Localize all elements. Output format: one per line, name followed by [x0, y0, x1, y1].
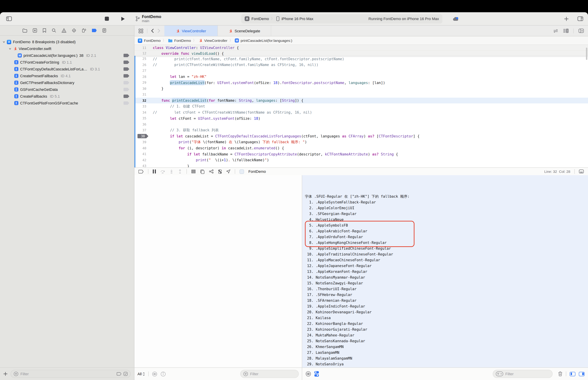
jumpbar-item[interactable]: AFontDemo: [138, 38, 161, 43]
jumpbar-item[interactable]: MprintCascadeList(for:languages:): [235, 38, 292, 42]
navigator-row[interactable]: ΣCreateFallbacksID 5.1: [0, 93, 134, 100]
swap-editors-icon[interactable]: [553, 29, 558, 33]
add-breakpoint-button[interactable]: [3, 372, 7, 376]
jump-bar[interactable]: AFontDemo〉FontDemo〉ViewController〉Mprint…: [134, 37, 588, 45]
line-number: 32: [134, 99, 149, 102]
console-filter-field[interactable]: Filter: [493, 370, 553, 378]
find-navigator-icon[interactable]: [52, 28, 56, 33]
navigator-row[interactable]: ΣGetCTPresetFallbacksDictionary: [0, 79, 134, 86]
step-into-icon[interactable]: [170, 170, 173, 173]
navigator-row-label: printCascadeList(for:languages:): [23, 53, 77, 57]
navigator-row[interactable]: MprintCascadeList(for:languages:)38ID 2.…: [0, 52, 134, 59]
line-number: 26: [134, 63, 149, 67]
step-over-icon[interactable]: [160, 170, 165, 173]
filter-icon: [14, 372, 18, 376]
project-navigator-icon[interactable]: [22, 28, 27, 33]
editor-options-icon[interactable]: [563, 29, 569, 33]
stop-button[interactable]: [105, 17, 109, 21]
breakpoint-state-tag[interactable]: [124, 81, 129, 84]
test-navigator-icon[interactable]: [72, 28, 76, 33]
breakpoint-state-tag[interactable]: [124, 88, 129, 91]
navigator-row[interactable]: ΣCTFontGetPlistFromGSFontCache: [0, 100, 134, 107]
back-button[interactable]: [151, 29, 154, 33]
breakpoint-marker[interactable]: 38: [137, 134, 148, 138]
sidebar-toggle-icon[interactable]: [6, 16, 12, 21]
breakpoint-state-tag[interactable]: [124, 95, 129, 98]
breakpoint-state-tag[interactable]: [124, 74, 129, 77]
breakpoint-state-tag[interactable]: [124, 101, 129, 105]
info-icon[interactable]: [161, 371, 166, 377]
console-pane-toggle[interactable]: [579, 372, 585, 376]
code-token: [191, 152, 194, 156]
variables-scope-popup[interactable]: All: [137, 372, 145, 376]
environment-overrides-icon[interactable]: [218, 169, 222, 174]
editor-scrollbar[interactable]: [586, 48, 587, 60]
code-line: 38 if let cascadeList = CTFontCopyDefaul…: [134, 133, 588, 139]
bookmark-navigator-icon[interactable]: [42, 28, 46, 33]
variables-pane-toggle[interactable]: [570, 372, 575, 376]
console-output[interactable]: 字体 .SFUI-Regular 在 ["zh-HK"] 下的 fallback…: [302, 175, 588, 367]
jumpbar-item[interactable]: FontDemo: [168, 38, 191, 42]
debug-area-toggle-icon[interactable]: [579, 170, 584, 173]
variables-filter-field[interactable]: Filter: [240, 370, 299, 378]
project-title-block[interactable]: FontDemo main: [135, 15, 161, 23]
code-token: .: [230, 81, 232, 85]
forward-button[interactable]: [158, 29, 160, 33]
report-navigator-icon[interactable]: [102, 28, 106, 33]
enabled-filter-icon[interactable]: [124, 372, 128, 376]
variables-view[interactable]: [134, 175, 302, 367]
view-debugger-icon[interactable]: [191, 170, 196, 173]
pause-execution-icon[interactable]: [153, 170, 156, 173]
navigator-filter-field[interactable]: Filter: [11, 370, 131, 378]
editor-tab-scenedelegate[interactable]: SceneDelegate: [218, 25, 271, 36]
cloud-status-icon[interactable]: [453, 17, 459, 21]
breakpoint-state-tag[interactable]: [124, 67, 129, 71]
thread-graph-icon[interactable]: [209, 170, 214, 173]
run-destination[interactable]: iPhone 16 Pro Max: [282, 17, 313, 21]
console-line: 15. NotoSansZawgyi-Regular: [305, 280, 588, 286]
console-line: 19. .AppleIndicFont-Regular: [305, 304, 588, 309]
console-line: 29. NotoSansOriya: [305, 361, 588, 367]
scheme-name[interactable]: FontDemo: [251, 17, 269, 21]
memory-graph-icon[interactable]: [200, 169, 205, 174]
add-editor-icon[interactable]: [578, 29, 584, 33]
source-control-navigator-icon[interactable]: [33, 28, 37, 33]
run-button[interactable]: [121, 17, 125, 21]
navigator-row[interactable]: AFontDemo8 Breakpoints (3 disabled): [0, 38, 134, 45]
console-mode-toggle-icon[interactable]: [314, 371, 319, 377]
issue-navigator-icon[interactable]: [62, 28, 66, 33]
simulate-location-icon[interactable]: [226, 170, 230, 173]
navigator-row[interactable]: ΣGSFontCacheGetData: [0, 86, 134, 93]
jumpbar-item[interactable]: ViewController: [198, 38, 227, 42]
step-out-icon[interactable]: [178, 170, 182, 173]
folder-icon: [168, 38, 172, 42]
disclosure-chevron-icon[interactable]: [9, 47, 11, 50]
related-items-icon[interactable]: [138, 28, 143, 33]
breakpoint-filter-icon[interactable]: [117, 372, 121, 376]
code-line: 28 let lan = "zh-HK": [134, 74, 588, 80]
console-visibility-icon[interactable]: [305, 371, 311, 377]
code-token: [153, 152, 187, 156]
line-number: 11: [134, 46, 149, 50]
console-line: 14. NotoSansMyanmar-Regular: [305, 275, 588, 280]
breakpoint-navigator-icon[interactable]: [92, 29, 97, 32]
navigator-row[interactable]: ΣCreatePresetFallbacksID 4.1: [0, 73, 134, 79]
inspector-toggle-icon[interactable]: [577, 16, 583, 21]
console-line: 13. .AppleKoreanFont-Regular: [305, 269, 588, 275]
swift-icon: [198, 38, 203, 42]
breakpoints-toggle-icon[interactable]: [138, 170, 144, 173]
scheme-selector[interactable]: A FontDemo 〉 iPhone 16 Pro Max Running F…: [241, 14, 442, 23]
source-editor[interactable]: 25// print(ctFont.fontName, ctFont.famil…: [134, 45, 588, 167]
navigator-row[interactable]: ΣCTFontCopyDefaultCascadeListForLa…ID 3.…: [0, 66, 134, 73]
navigator-row[interactable]: ΣCTFontCreateForStringID 1.1: [0, 59, 134, 66]
breakpoint-state-tag[interactable]: [124, 54, 129, 57]
add-tab-button[interactable]: [564, 17, 569, 21]
debug-navigator-icon[interactable]: [82, 28, 86, 33]
breakpoint-state-tag[interactable]: [124, 60, 129, 64]
disclosure-chevron-icon[interactable]: [3, 40, 5, 43]
console-annotation-box: [305, 221, 415, 247]
show-only-variables-icon[interactable]: [152, 371, 157, 377]
clear-console-icon[interactable]: [558, 372, 563, 376]
navigator-row[interactable]: ViewController.swift: [0, 45, 134, 52]
editor-tab-viewcontroller[interactable]: ViewController: [164, 25, 218, 36]
